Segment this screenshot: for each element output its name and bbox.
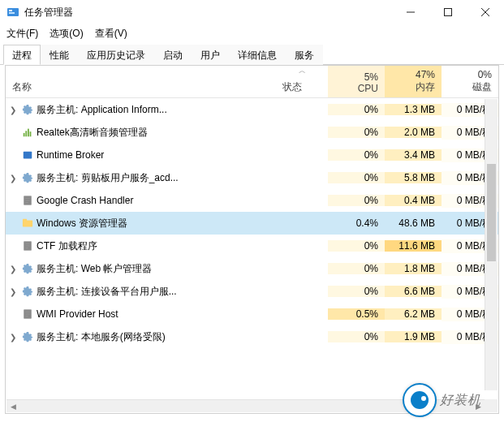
- memory-value: 3.4 MB: [385, 149, 442, 161]
- process-name: Realtek高清晰音频管理器: [35, 126, 276, 140]
- process-row[interactable]: ❯服务主机: 本地服务(网络受限)0%1.9 MB0 MB/秒: [6, 325, 498, 348]
- process-icon: [20, 126, 35, 139]
- horizontal-scrollbar[interactable]: ◀ ▶: [6, 399, 485, 412]
- process-rows: ❯服务主机: Application Inform...0%1.3 MB0 MB…: [6, 98, 498, 413]
- cpu-value: 0%: [328, 127, 385, 138]
- col-status[interactable]: ︿ 状态: [276, 66, 328, 97]
- process-name: 服务主机: 剪贴板用户服务_acd...: [35, 171, 276, 185]
- cpu-value: 0%: [328, 172, 385, 183]
- svg-rect-9: [28, 129, 29, 137]
- process-name: 服务主机: 本地服务(网络受限): [35, 330, 276, 344]
- tab-startup[interactable]: 启动: [154, 45, 192, 65]
- menu-file[interactable]: 文件(F): [6, 27, 38, 41]
- process-icon: [20, 330, 35, 343]
- process-row[interactable]: ❯服务主机: 连接设备平台用户服...0%6.6 MB0 MB/秒: [6, 280, 498, 303]
- process-name: CTF 加载程序: [35, 239, 276, 253]
- process-name: 服务主机: 连接设备平台用户服...: [35, 285, 276, 299]
- app-icon: [6, 6, 19, 19]
- process-icon: [20, 239, 35, 252]
- tab-app-history[interactable]: 应用历史记录: [78, 45, 154, 65]
- svg-rect-10: [30, 131, 32, 136]
- close-button[interactable]: [467, 0, 504, 24]
- memory-value: 6.6 MB: [385, 286, 442, 297]
- process-row[interactable]: Realtek高清晰音频管理器0%2.0 MB0 MB/秒: [6, 121, 498, 144]
- menu-bar: 文件(F) 选项(O) 查看(V): [0, 24, 504, 42]
- process-row[interactable]: Windows 资源管理器0.4%48.6 MB0 MB/秒: [6, 212, 498, 235]
- process-name: WMI Provider Host: [35, 308, 276, 320]
- process-icon: [20, 308, 35, 321]
- window-controls: [392, 0, 504, 24]
- process-name: 服务主机: Application Inform...: [35, 103, 276, 117]
- expand-icon[interactable]: ❯: [6, 106, 20, 114]
- svg-rect-14: [23, 219, 27, 222]
- menu-view[interactable]: 查看(V): [95, 27, 127, 41]
- process-icon: [20, 194, 35, 207]
- cpu-value: 0%: [328, 263, 385, 274]
- col-name[interactable]: 名称: [6, 66, 276, 97]
- svg-rect-8: [25, 131, 27, 136]
- cpu-value: 0.5%: [328, 308, 385, 320]
- window-title: 任务管理器: [24, 6, 392, 19]
- memory-value: 1.3 MB: [385, 104, 442, 115]
- memory-value: 1.9 MB: [385, 331, 442, 342]
- sort-indicator-icon: ︿: [299, 66, 306, 76]
- scroll-corner: [485, 399, 498, 412]
- svg-rect-12: [25, 153, 31, 154]
- tab-services[interactable]: 服务: [286, 45, 323, 65]
- process-icon: [20, 103, 35, 116]
- process-row[interactable]: CTF 加载程序0%11.6 MB0 MB/秒: [6, 235, 498, 257]
- cpu-value: 0.4%: [328, 217, 385, 229]
- process-name: Runtime Broker: [35, 149, 276, 161]
- process-row[interactable]: WMI Provider Host0.5%6.2 MB0 MB/秒: [6, 303, 498, 325]
- cpu-value: 0%: [328, 240, 385, 252]
- process-row[interactable]: ❯服务主机: Application Inform...0%1.3 MB0 MB…: [6, 98, 498, 121]
- col-memory[interactable]: 47% 内存: [385, 66, 442, 97]
- scroll-left-icon[interactable]: ◀: [6, 400, 19, 412]
- memory-value: 6.2 MB: [385, 308, 442, 320]
- tab-processes[interactable]: 进程: [3, 45, 41, 65]
- process-icon: [20, 149, 35, 161]
- tab-users[interactable]: 用户: [192, 45, 229, 65]
- memory-value: 5.8 MB: [385, 172, 442, 183]
- process-row[interactable]: Runtime Broker0%3.4 MB0 MB/秒: [6, 144, 498, 166]
- memory-value: 48.6 MB: [385, 217, 442, 229]
- col-disk[interactable]: 0% 磁盘: [442, 66, 498, 97]
- svg-rect-13: [23, 221, 32, 227]
- memory-value: 1.8 MB: [385, 263, 442, 274]
- svg-rect-7: [24, 133, 25, 136]
- col-cpu[interactable]: 5% CPU: [328, 66, 385, 97]
- process-row[interactable]: Google Crash Handler0%0.4 MB0 MB/秒: [6, 189, 498, 212]
- memory-value: 2.0 MB: [385, 127, 442, 138]
- process-row[interactable]: ❯服务主机: Web 帐户管理器0%1.8 MB0 MB/秒: [6, 257, 498, 280]
- svg-rect-1: [9, 10, 12, 11]
- svg-rect-4: [445, 9, 452, 16]
- process-icon: [20, 285, 35, 298]
- process-icon: [20, 171, 35, 184]
- process-row[interactable]: ❯服务主机: 剪贴板用户服务_acd...0%5.8 MB0 MB/秒: [6, 166, 498, 189]
- process-list: 名称 ︿ 状态 5% CPU 47% 内存 0% 磁盘 ❯服务主机: Appli…: [5, 65, 499, 414]
- expand-icon[interactable]: ❯: [6, 174, 20, 183]
- menu-options[interactable]: 选项(O): [50, 27, 83, 41]
- cpu-value: 0%: [328, 195, 385, 206]
- vertical-scrollbar[interactable]: [485, 99, 498, 390]
- expand-icon[interactable]: ❯: [6, 287, 20, 296]
- svg-rect-2: [9, 12, 15, 14]
- title-bar: 任务管理器: [0, 0, 504, 24]
- maximize-button[interactable]: [429, 0, 467, 24]
- cpu-value: 0%: [328, 331, 385, 342]
- process-icon: [20, 262, 35, 275]
- cpu-value: 0%: [328, 149, 385, 161]
- scroll-right-icon[interactable]: ▶: [472, 400, 485, 412]
- minimize-button[interactable]: [392, 0, 429, 24]
- tab-strip: 进程 性能 应用历史记录 启动 用户 详细信息 服务: [0, 44, 504, 65]
- scrollbar-thumb[interactable]: [487, 164, 496, 261]
- memory-value: 11.6 MB: [385, 240, 442, 252]
- expand-icon[interactable]: ❯: [6, 333, 20, 342]
- cpu-value: 0%: [328, 104, 385, 115]
- memory-value: 0.4 MB: [385, 195, 442, 206]
- process-name: Google Crash Handler: [35, 195, 276, 206]
- process-icon: [20, 217, 35, 230]
- tab-details[interactable]: 详细信息: [229, 45, 286, 65]
- tab-performance[interactable]: 性能: [41, 45, 78, 65]
- expand-icon[interactable]: ❯: [6, 265, 20, 273]
